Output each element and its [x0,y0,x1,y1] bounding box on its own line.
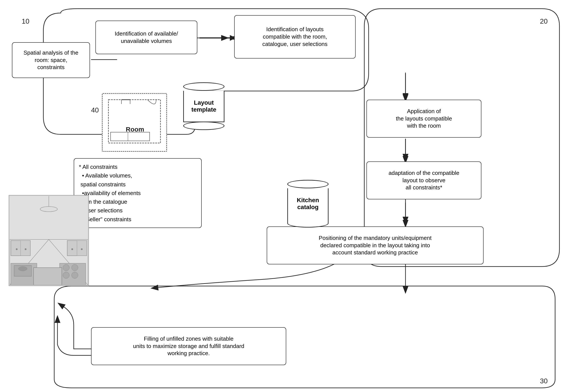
kitchen-catalog-cylinder: Kitchencatalog [286,180,330,228]
svg-point-35 [18,267,27,271]
svg-point-31 [71,248,73,250]
constraints-box: * All constraints • Available volumes, s… [74,158,202,228]
adaptation-layout-box: adaptation of the compatiblelayout to ob… [367,162,481,199]
spatial-analysis-box: Spatial analysis of the room: space, con… [12,42,90,78]
ref-10: 10 [22,17,29,25]
identification-layouts-box: Identification of layoutscompatible with… [234,15,356,58]
room-svg [104,95,165,149]
kitchen-sketch-svg [10,196,88,285]
svg-point-38 [71,264,78,271]
svg-point-44 [40,206,57,212]
svg-rect-15 [111,132,150,141]
ref-30: 30 [540,377,548,385]
svg-rect-11 [108,100,160,143]
ref-40: 40 [91,106,99,114]
layout-template-cylinder: Layouttemplate [182,82,226,130]
diagram: 10 20 30 40 Spatial analysis of the room… [0,0,564,392]
room-label: Room [126,126,144,133]
svg-rect-41 [34,268,62,285]
identification-volumes-box: Identification of available/ unavailable… [95,21,197,54]
application-layouts-box: Application ofthe layouts compatiblewith… [367,100,481,138]
positioning-box: Positioning of the mandatory units/equip… [267,227,484,264]
filling-box: Filling of unfilled zones with suitableu… [91,327,286,365]
svg-point-39 [63,272,69,278]
svg-point-37 [63,264,69,271]
svg-point-28 [25,248,27,250]
room-box [102,93,167,152]
ref-20: 20 [540,17,548,25]
svg-point-40 [71,272,78,278]
svg-point-27 [16,248,18,250]
kitchen-photo [9,195,89,286]
svg-point-32 [81,248,83,250]
